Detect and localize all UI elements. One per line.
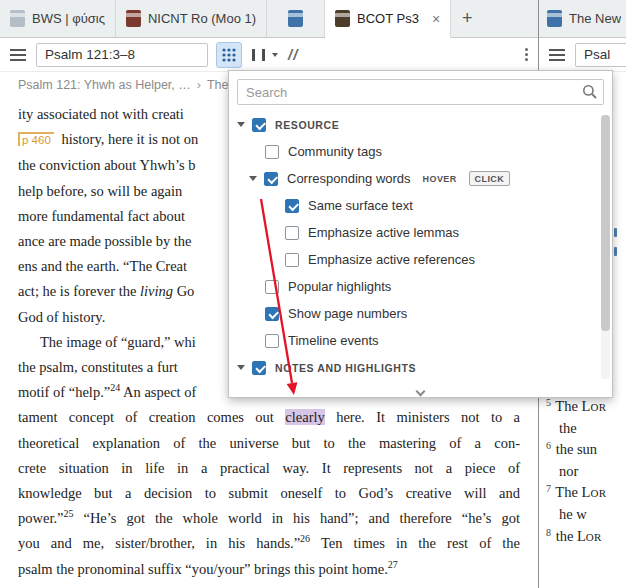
filter-item-label: Emphasize active lemmas — [308, 225, 459, 240]
multiview-button[interactable] — [250, 47, 280, 63]
filter-item-resource[interactable]: RESOURCE — [229, 111, 612, 138]
filter-item-corresponding-words[interactable]: Corresponding wordsHOVERCLICK — [229, 165, 612, 192]
tab-the-new[interactable]: The New — [539, 0, 626, 37]
checkbox[interactable] — [264, 172, 278, 186]
text-line: 7 The Lor — [546, 484, 626, 506]
filter-item-emphasize-active-references[interactable]: Emphasize active references — [229, 246, 612, 273]
text-segment: history, here it is not on — [58, 131, 198, 147]
bible-verses: 5 The Lorthe6 the sunnor7 The Lorhe w8 t… — [546, 398, 626, 549]
text-segment: Go — [173, 283, 194, 299]
clipped-text-fragment — [614, 247, 617, 256]
text-segment: The L — [552, 484, 590, 500]
filter-item-same-surface-text[interactable]: Same surface text — [229, 192, 612, 219]
text-line: 8 the Lor — [546, 528, 626, 550]
checkbox[interactable] — [265, 334, 279, 348]
filter-item-community-tags[interactable]: Community tags — [229, 138, 612, 165]
reference-input[interactable] — [575, 43, 626, 67]
caret-down-icon — [272, 53, 278, 57]
text-segment: God of history. — [18, 309, 105, 325]
parallel-slashes-icon[interactable]: // — [288, 46, 298, 63]
caret-down-icon[interactable] — [237, 365, 245, 370]
badge-click[interactable]: CLICK — [469, 171, 511, 186]
filter-item-label: Timeline events — [288, 333, 379, 348]
checkbox[interactable] — [252, 361, 266, 375]
checkbox[interactable] — [265, 280, 279, 294]
resource-icon — [126, 10, 141, 27]
clipped-text-fragment — [614, 228, 617, 237]
kebab-icon — [525, 46, 528, 63]
superscript-ref: 5 — [546, 397, 551, 408]
tab-label: The New — [569, 11, 621, 26]
scroll-down-icon[interactable] — [229, 390, 612, 395]
resource-icon — [335, 10, 350, 27]
visual-filters-button[interactable] — [216, 42, 242, 68]
popup-scrollbar[interactable] — [601, 115, 610, 379]
filter-item-label: NOTES AND HIGHLIGHTS — [275, 362, 416, 374]
text-segment: help before, so will be again — [18, 183, 182, 199]
text-segment: the sun — [552, 441, 597, 457]
text-line: tament concept of creation comes out cle… — [18, 405, 520, 430]
superscript-ref: 7 — [546, 483, 551, 494]
text-segment: “He’s got the whole world in his hand”; … — [74, 510, 521, 526]
hamburger-icon — [10, 49, 26, 61]
checkbox[interactable] — [285, 199, 299, 213]
checkbox[interactable] — [265, 145, 279, 159]
checkbox[interactable] — [285, 226, 299, 240]
new-tab-button[interactable]: + — [451, 0, 483, 37]
text-segment: living — [140, 283, 173, 299]
resource-icon — [10, 10, 25, 27]
text-segment: the — [559, 420, 577, 436]
right-tabbar: The New — [539, 0, 626, 38]
text-line: nor — [546, 463, 626, 485]
filter-item-label: Same surface text — [308, 198, 413, 213]
filter-item-popular-highlights[interactable]: Popular highlights — [229, 273, 612, 300]
checkbox[interactable] — [252, 118, 266, 132]
text-segment: or — [590, 487, 606, 499]
text-segment: the conviction about Yhwh’s b — [18, 157, 195, 173]
badge-hover[interactable]: HOVER — [423, 174, 457, 184]
text-line: knowledge but a decision to submit onese… — [18, 481, 520, 506]
filter-item-show-page-numbers[interactable]: Show page numbers — [229, 300, 612, 327]
panel-menu-button[interactable] — [8, 47, 28, 63]
breadcrumb-item[interactable]: The — [207, 78, 229, 92]
highlighted-word: clearly — [285, 409, 324, 425]
tab-bws[interactable]: BWS | φύσις — [0, 0, 116, 37]
text-line: theoretical explanation of the universe … — [18, 431, 520, 456]
filter-search-input[interactable] — [237, 79, 604, 105]
tab-nicnt[interactable]: NICNT Ro (Moo 1) — [116, 0, 267, 37]
text-line: crete situation in life in a practical w… — [18, 456, 520, 481]
caret-down-icon[interactable] — [249, 176, 257, 181]
superscript-ref: 27 — [388, 559, 398, 570]
checkbox[interactable] — [265, 307, 279, 321]
close-tab-icon[interactable]: × — [432, 12, 440, 26]
panel-more-button[interactable] — [523, 44, 530, 65]
tab-resource[interactable] — [267, 0, 325, 37]
filter-item-list: RESOURCECommunity tagsCorresponding word… — [229, 111, 612, 381]
resource-icon — [288, 10, 303, 27]
filter-item-timeline-events[interactable]: Timeline events — [229, 327, 612, 354]
text-line: he w — [546, 506, 626, 528]
text-segment: The image of “guard,” whi — [40, 334, 196, 350]
left-toolbar: // — [0, 38, 538, 72]
pause-bars-icon — [252, 49, 255, 61]
resource-icon — [547, 10, 562, 27]
panel-menu-button[interactable] — [547, 47, 567, 63]
filter-item-notes-and-highlights[interactable]: NOTES AND HIGHLIGHTS — [229, 354, 612, 381]
text-segment: nor — [559, 463, 578, 479]
filter-item-emphasize-active-lemmas[interactable]: Emphasize active lemmas — [229, 219, 612, 246]
tab-label: NICNT Ro (Moo 1) — [148, 11, 256, 26]
text-segment: more fundamental fact about — [18, 208, 185, 224]
text-segment: The L — [552, 398, 590, 414]
caret-down-icon[interactable] — [237, 122, 245, 127]
breadcrumb-item[interactable]: Psalm 121: Yhwh as Helper, … — [18, 78, 191, 92]
text-segment: crete situation in life in a practical w… — [18, 460, 520, 476]
text-segment: ens and the earth. “The Creat — [18, 258, 187, 274]
search-icon — [582, 84, 598, 104]
superscript-ref: 24 — [110, 382, 120, 393]
text-segment: act; he is forever the — [18, 283, 140, 299]
reference-input[interactable] — [36, 43, 208, 67]
tab-bcot-ps3[interactable]: BCOT Ps3 × — [325, 0, 451, 38]
text-segment: theoretical explanation of the universe … — [18, 435, 520, 451]
scrollbar-thumb[interactable] — [601, 115, 610, 331]
checkbox[interactable] — [285, 253, 299, 267]
